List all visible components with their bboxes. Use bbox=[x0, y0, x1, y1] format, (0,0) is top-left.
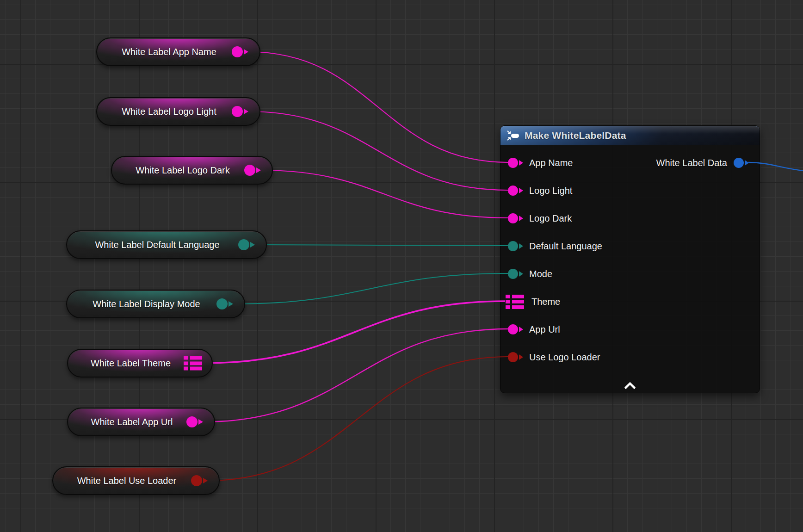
output-pin-row-white-label-data[interactable]: White Label Data bbox=[656, 149, 744, 177]
input-pin-label: Logo Light bbox=[529, 186, 572, 196]
input-pin-string[interactable] bbox=[508, 324, 518, 334]
variable-node-label: White Label App Name bbox=[122, 47, 216, 57]
input-pin-struct[interactable] bbox=[506, 295, 524, 309]
variable-node-label: White Label Display Mode bbox=[93, 299, 200, 309]
make-node-header[interactable]: Make WhiteLabelData bbox=[500, 126, 760, 145]
wire-logo-dark[interactable] bbox=[261, 170, 508, 218]
variable-node-white-label-display-mode[interactable]: White Label Display Mode bbox=[66, 290, 245, 318]
input-pin-row-mode[interactable]: Mode bbox=[500, 260, 760, 288]
wire-display-mode[interactable] bbox=[233, 273, 508, 304]
output-pin-string[interactable] bbox=[232, 46, 243, 57]
input-pin-row-use-logo-loader[interactable]: Use Logo Loader bbox=[500, 343, 760, 371]
input-pin-string[interactable] bbox=[508, 213, 518, 223]
blueprint-graph-canvas[interactable]: White Label App Name White Label Logo Li… bbox=[0, 0, 803, 532]
wire-logo-light[interactable] bbox=[248, 111, 508, 190]
input-pin-label: App Url bbox=[529, 324, 560, 335]
make-node-title: Make WhiteLabelData bbox=[525, 130, 626, 141]
output-pin-struct-blue[interactable] bbox=[734, 158, 744, 168]
input-pin-string[interactable] bbox=[508, 241, 518, 251]
variable-node-white-label-logo-light[interactable]: White Label Logo Light bbox=[96, 97, 260, 126]
wire-app-url[interactable] bbox=[203, 329, 508, 422]
output-pin-boolean[interactable] bbox=[191, 475, 202, 486]
output-pin-label: White Label Data bbox=[656, 158, 727, 168]
variable-node-white-label-use-loader[interactable]: White Label Use Loader bbox=[52, 466, 220, 495]
input-pin-label: Mode bbox=[529, 269, 552, 279]
input-pin-row-logo-dark[interactable]: Logo Dark bbox=[500, 204, 760, 232]
make-whitelabeldata-node[interactable]: Make WhiteLabelData White Label Data App… bbox=[500, 125, 760, 393]
output-pin-string[interactable] bbox=[186, 416, 198, 427]
input-pin-label: Use Logo Loader bbox=[529, 352, 600, 363]
make-node-body: White Label Data App Name Logo Light Log… bbox=[500, 145, 760, 394]
output-pin-string[interactable] bbox=[232, 106, 243, 117]
wire-use-loader[interactable] bbox=[208, 357, 508, 481]
input-pin-row-theme[interactable]: Theme bbox=[500, 288, 760, 315]
variable-node-label: White Label Logo Light bbox=[122, 106, 216, 117]
make-struct-icon bbox=[507, 130, 520, 141]
output-pin-string[interactable] bbox=[238, 239, 249, 250]
input-pin-label: App Name bbox=[529, 158, 573, 168]
variable-node-white-label-default-language[interactable]: White Label Default Language bbox=[66, 230, 267, 259]
variable-node-white-label-logo-dark[interactable]: White Label Logo Dark bbox=[111, 156, 273, 185]
input-pin-string[interactable] bbox=[508, 158, 518, 168]
input-pin-label: Theme bbox=[531, 297, 560, 307]
wire-app-name[interactable] bbox=[248, 52, 508, 162]
input-pin-row-app-url[interactable]: App Url bbox=[500, 315, 760, 343]
variable-node-label: White Label Theme bbox=[91, 358, 171, 369]
variable-node-label: White Label App Url bbox=[91, 417, 173, 427]
variable-node-label: White Label Logo Dark bbox=[136, 165, 229, 176]
output-pin-enum[interactable] bbox=[216, 298, 228, 309]
variable-node-white-label-app-url[interactable]: White Label App Url bbox=[67, 408, 215, 436]
output-pin-struct[interactable] bbox=[184, 356, 202, 371]
input-pin-label: Logo Dark bbox=[529, 213, 572, 224]
input-pin-row-default-language[interactable]: Default Language bbox=[500, 232, 760, 260]
variable-node-white-label-app-name[interactable]: White Label App Name bbox=[96, 37, 260, 66]
input-pin-enum[interactable] bbox=[508, 269, 518, 279]
output-pin-string[interactable] bbox=[244, 165, 255, 176]
variable-node-label: White Label Default Language bbox=[95, 240, 219, 250]
wire-theme[interactable] bbox=[204, 301, 505, 363]
variable-node-white-label-theme[interactable]: White Label Theme bbox=[67, 349, 213, 377]
input-pin-row-logo-light[interactable]: Logo Light bbox=[500, 177, 760, 204]
input-pin-label: Default Language bbox=[529, 241, 602, 252]
wire-default-language[interactable] bbox=[255, 245, 508, 246]
collapse-node-chevron-icon[interactable] bbox=[624, 382, 636, 389]
variable-node-label: White Label Use Loader bbox=[77, 476, 177, 486]
input-pin-string[interactable] bbox=[508, 186, 518, 196]
input-pin-boolean[interactable] bbox=[508, 352, 518, 362]
